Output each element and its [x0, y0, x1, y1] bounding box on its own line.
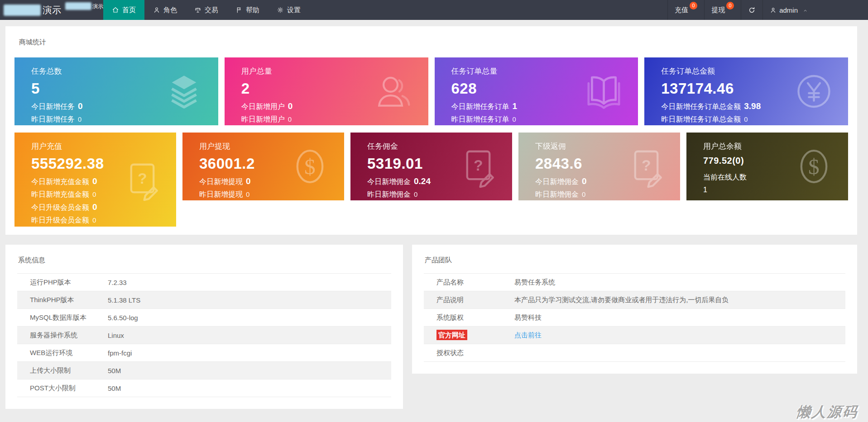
subline-label: 今日新增任务 — [31, 103, 75, 110]
withdraw-badge: 0 — [726, 2, 734, 9]
subline-value: 0 — [246, 190, 249, 198]
subline-label: 今日新增佣金 — [367, 178, 411, 185]
nav-item[interactable]: 帮助 — [227, 0, 268, 20]
person-icon — [153, 6, 160, 14]
nav-item-label: 设置 — [287, 6, 301, 14]
refresh-button[interactable] — [741, 0, 762, 20]
scales-icon — [194, 6, 201, 14]
row-value: 7.2.33 — [108, 279, 391, 286]
stat-card: 用户总量 2 今日新增用户0 昨日新增用户0 — [225, 57, 428, 125]
subline-value: 0 — [288, 101, 293, 111]
subline-label: 昨日新增任务订单总金额 — [661, 115, 741, 123]
subline-label: 今日新增用户 — [241, 103, 285, 110]
watermark: 懒人源码 — [796, 403, 859, 422]
product-team-title: 产品团队 — [425, 256, 845, 265]
subline-value: 0 — [744, 115, 748, 123]
stat-card-value: 779.52(0) — [703, 156, 839, 166]
stat-card: 用户提现 36001.2 今日新增提现0 昨日新增提现0 — [182, 133, 344, 200]
subline-label: 今日新增佣金 — [535, 178, 579, 185]
nav-item-label: 首页 — [122, 6, 136, 14]
nav-item[interactable]: 设置 — [268, 0, 309, 20]
stat-card-value: 5 — [31, 81, 209, 97]
stat-card-subline: 昨日升级会员金额0 — [31, 214, 167, 227]
nav-item[interactable]: 首页 — [103, 0, 144, 20]
subline-value: 0.24 — [414, 176, 431, 186]
stats-title: 商城统计 — [19, 38, 848, 47]
table-row: 系统版权 易赞科技 — [424, 309, 845, 327]
stat-card-subline: 今日新增佣金0.24 — [367, 175, 503, 188]
stat-card-subline: 今日新增任务订单总金额3.98 — [661, 100, 839, 113]
stat-card-value: 36001.2 — [199, 156, 335, 172]
stat-card-lines: 今日新增任务订单1 昨日新增任务订单0 — [451, 100, 629, 125]
stat-card-subline: 今日新增用户0 — [241, 100, 419, 113]
stat-card-subline: 昨日新增充值金额0 — [31, 188, 167, 201]
stat-card: 任务佣金 5319.01 今日新增佣金0.24 昨日新增佣金0 — [350, 133, 512, 200]
stat-card: 用户总余额 779.52(0) 当前在线人数 1 $ — [686, 133, 848, 200]
stat-card: 任务总数 5 今日新增任务0 昨日新增任务0 — [14, 57, 218, 125]
logo-area: 演示 演示 — [0, 0, 103, 20]
product-team-panel: 产品团队 产品名称 易赞任务系统 产品说明 本产品只为学习测试交流,请勿要做商业… — [412, 245, 857, 374]
subline-label: 昨日升级会员金额 — [31, 216, 89, 224]
stat-card-subline: 1 — [703, 184, 839, 196]
recharge-button[interactable]: 充值 0 — [667, 0, 704, 20]
stat-card-title: 用户提现 — [199, 141, 335, 152]
bottom-section: 系统信息 运行PHP版本 7.2.33 ThinkPHP版本 5.1.38 LT… — [5, 245, 857, 409]
stat-card-subline: 当前在线人数 — [703, 171, 839, 184]
table-row: 产品名称 易赞任务系统 — [424, 274, 845, 291]
withdraw-button[interactable]: 提现 0 — [704, 0, 741, 20]
row-label: POST大小限制 — [17, 384, 108, 393]
user-icon — [770, 7, 777, 14]
stat-card-lines: 今日新增用户0 昨日新增用户0 — [241, 100, 419, 125]
subline-label: 昨日新增佣金 — [535, 190, 579, 198]
subline-value: 0 — [92, 190, 96, 198]
user-menu[interactable]: admin — [762, 0, 813, 20]
subline-value: 0 — [414, 190, 417, 198]
row-label: 服务器操作系统 — [17, 331, 108, 340]
product-team-table: 产品名称 易赞任务系统 产品说明 本产品只为学习测试交流,请勿要做商业或者用于违… — [424, 273, 845, 362]
top-navbar: 演示 演示 首页 角色 交易 帮助 — [0, 0, 868, 20]
row-value: Linux — [108, 332, 391, 339]
subline-value: 0 — [92, 176, 97, 186]
stat-card-title: 任务佣金 — [367, 141, 503, 152]
stat-card-title: 任务订单总金额 — [661, 66, 839, 76]
stat-card-subline: 昨日新增用户0 — [241, 113, 419, 125]
table-row: ThinkPHP版本 5.1.38 LTS — [17, 291, 391, 309]
row-value: fpm-fcgi — [108, 349, 391, 357]
row-label: 上传大小限制 — [17, 366, 108, 375]
row-label: 官方网址 — [424, 331, 514, 340]
row-value[interactable]: 点击前往 — [514, 331, 845, 340]
subline-value: 0 — [78, 115, 82, 123]
nav-item-label: 交易 — [205, 6, 218, 14]
table-row: MySQL数据库版本 5.6.50-log — [17, 309, 391, 327]
stat-card-value: 555292.38 — [31, 156, 167, 172]
stat-card-title: 用户总量 — [241, 66, 419, 76]
subline-value: 0 — [246, 176, 251, 186]
recharge-label: 充值 — [675, 6, 688, 14]
subline-label: 昨日新增任务 — [31, 115, 75, 123]
stat-card-subline: 昨日新增提现0 — [199, 188, 335, 200]
stats-panel: 商城统计 任务总数 5 今日新增任务0 昨日新增任务0 — [5, 26, 857, 235]
stat-card-value: 628 — [451, 81, 629, 97]
row-value: 50M — [108, 367, 391, 375]
stat-card-lines: 今日新增充值金额0 昨日新增充值金额0 今日升级会员金额0 — [31, 175, 167, 227]
stat-card-subline: 今日新增任务0 — [31, 100, 209, 113]
subline-label: 1 — [703, 186, 707, 194]
navbar-actions: 充值 0 提现 0 admin — [667, 0, 813, 20]
table-row: WEB运行环境 fpm-fcgi — [17, 344, 391, 362]
stat-card-subline: 今日新增佣金0 — [535, 175, 671, 188]
subline-label: 昨日新增任务订单 — [451, 115, 509, 123]
stat-card-subline: 昨日新增任务订单0 — [451, 113, 629, 125]
stat-card-value: 5319.01 — [367, 156, 503, 172]
stat-card-value: 2 — [241, 81, 419, 97]
gear-icon — [277, 6, 284, 14]
row-value: 5.1.38 LTS — [108, 296, 391, 304]
subline-value: 0 — [78, 101, 83, 111]
nav-item-label: 角色 — [163, 6, 177, 14]
nav-item[interactable]: 交易 — [186, 0, 227, 20]
nav-item[interactable]: 角色 — [144, 0, 186, 20]
stat-card-subline: 昨日新增任务0 — [31, 113, 209, 125]
stat-card-subline: 昨日新增任务订单总金额0 — [661, 113, 839, 125]
recharge-badge: 0 — [690, 2, 697, 9]
subline-value: 0 — [92, 216, 96, 224]
subline-value: 0 — [513, 115, 516, 123]
